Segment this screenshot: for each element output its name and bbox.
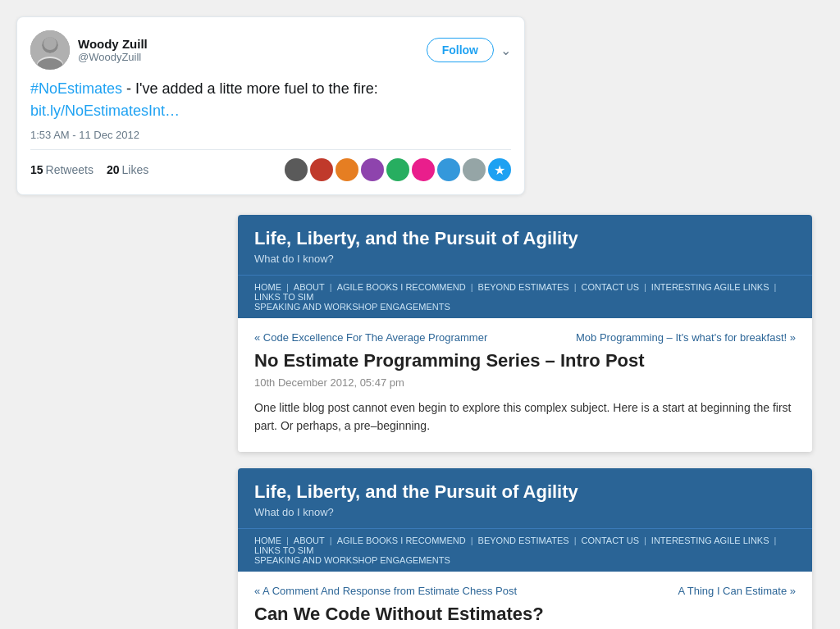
blog-post-excerpt-1: One little blog post cannot even begin t… <box>254 399 796 435</box>
blog-post-title-2: Can We Code Without Estimates? <box>254 604 796 625</box>
svg-point-4 <box>43 37 57 50</box>
tweet-card: Woody Zuill @WoodyZuill Follow ⌄ #NoEsti… <box>16 16 525 195</box>
blog-header-2: Life, Liberty, and the Pursuit of Agilit… <box>238 468 812 528</box>
follow-button[interactable]: Follow <box>427 38 494 62</box>
tweet-hashtag[interactable]: #NoEstimates <box>30 80 122 97</box>
blog-nav-contact-1[interactable]: CONTACT US <box>581 282 639 292</box>
blog-nav-beyond-2[interactable]: BEYOND ESTIMATES <box>478 536 569 545</box>
tweet-body-text: - I've added a litte more fuel to the fi… <box>122 80 378 97</box>
tweet-username: Woody Zuill <box>78 37 427 51</box>
tweet-likes: 20Likes <box>107 163 148 176</box>
blog-nav-books-1[interactable]: AGILE BOOKS I RECOMMEND <box>337 282 466 292</box>
blog-nav-links-2[interactable]: INTERESTING AGILE LINKS <box>651 536 769 545</box>
liker-avatar-6 <box>412 158 435 181</box>
blog-content-2: « A Comment And Response from Estimate C… <box>238 572 812 629</box>
blog-nav-about-1[interactable]: ABOUT <box>294 282 325 292</box>
blog-post-title-1: No Estimate Programming Series – Intro P… <box>254 350 796 371</box>
blog-nav-home-2[interactable]: HOME <box>254 536 281 545</box>
blog-title-1: Life, Liberty, and the Pursuit of Agilit… <box>254 228 796 249</box>
blog-nav-beyond-1[interactable]: BEYOND ESTIMATES <box>478 282 569 292</box>
tweet-user-info: Woody Zuill @WoodyZuill <box>78 37 427 63</box>
tweet-stats: 15Retweets 20Likes ★ <box>30 149 511 181</box>
liker-avatar-7 <box>437 158 460 181</box>
blog-nav-2: HOME | ABOUT | AGILE BOOKS I RECOMMEND |… <box>238 528 812 572</box>
chevron-down-icon[interactable]: ⌄ <box>500 43 511 58</box>
tweet-link[interactable]: bit.ly/NoEstimatesInt… <box>30 103 180 119</box>
blog-card-2: Life, Liberty, and the Pursuit of Agilit… <box>238 468 812 629</box>
tweet-handle: @WoodyZuill <box>78 51 427 63</box>
blog-card-1: Life, Liberty, and the Pursuit of Agilit… <box>238 215 812 452</box>
blog-content-1: « Code Excellence For The Average Progra… <box>238 318 812 452</box>
liker-avatar-2 <box>310 158 333 181</box>
blog-title-2: Life, Liberty, and the Pursuit of Agilit… <box>254 481 796 503</box>
tweet-body: #NoEstimates - I've added a litte more f… <box>30 78 511 122</box>
blog-subtitle-2: What do I know? <box>254 506 796 518</box>
avatar <box>30 30 70 70</box>
tweet-retweets: 15Retweets <box>30 163 94 176</box>
blog-prev-link-2[interactable]: « A Comment And Response from Estimate C… <box>254 585 517 597</box>
blog-nav-speaking-2[interactable]: LINKS TO SIMSPEAKING AND WORKSHOP ENGAGE… <box>254 545 450 565</box>
liker-avatar-star: ★ <box>488 158 511 181</box>
blog-nav-1: HOME | ABOUT | AGILE BOOKS I RECOMMEND |… <box>238 275 812 318</box>
blog-subtitle-1: What do I know? <box>254 253 796 265</box>
liker-avatar-8 <box>463 158 486 181</box>
blog-post-date-1: 10th December 2012, 05:47 pm <box>254 376 796 389</box>
blog-header-1: Life, Liberty, and the Pursuit of Agilit… <box>238 215 812 275</box>
blog-nav-books-2[interactable]: AGILE BOOKS I RECOMMEND <box>337 536 466 545</box>
tweet-header: Woody Zuill @WoodyZuill Follow ⌄ <box>30 30 511 70</box>
blog-next-link-2[interactable]: A Thing I Can Estimate » <box>678 585 796 597</box>
liker-avatar-3 <box>336 158 358 181</box>
tweet-header-actions: Follow ⌄ <box>427 38 511 62</box>
liker-avatar-1 <box>285 158 308 181</box>
blog-nav-contact-2[interactable]: CONTACT US <box>581 536 639 545</box>
tweet-liker-avatars: ★ <box>285 158 511 181</box>
liker-avatar-5 <box>386 158 409 181</box>
blog-prev-link-1[interactable]: « Code Excellence For The Average Progra… <box>254 331 487 344</box>
liker-avatar-4 <box>361 158 384 181</box>
blog-breadcrumb-1: « Code Excellence For The Average Progra… <box>254 331 796 344</box>
blog-nav-home-1[interactable]: HOME <box>254 282 281 292</box>
blog-nav-links-1[interactable]: INTERESTING AGILE LINKS <box>651 282 769 292</box>
tweet-timestamp: 1:53 AM - 11 Dec 2012 <box>30 129 511 141</box>
blog-nav-about-2[interactable]: ABOUT <box>294 536 325 545</box>
blog-next-link-1[interactable]: Mob Programming – It's what's for breakf… <box>576 331 796 344</box>
blog-nav-speaking-1[interactable]: LINKS TO SIMSPEAKING AND WORKSHOP ENGAGE… <box>254 292 450 312</box>
blog-breadcrumb-2: « A Comment And Response from Estimate C… <box>254 585 796 597</box>
